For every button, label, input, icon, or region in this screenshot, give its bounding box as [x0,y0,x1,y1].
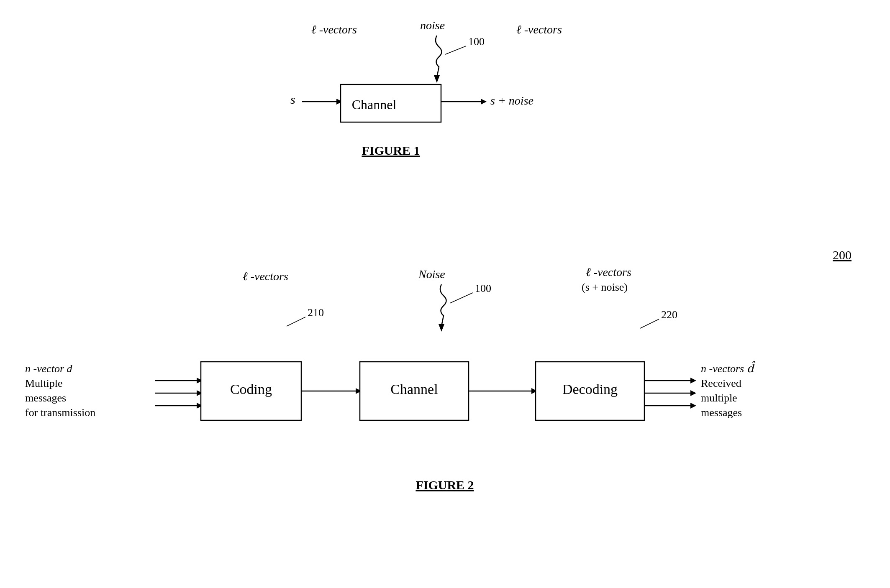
fig2-output-label-4: messages [701,406,742,419]
fig2-output-label-2: Received [701,377,741,389]
svg-text:noise: noise [420,19,445,32]
fig2-lvectors-right-label: ℓ -vectors [586,266,631,279]
svg-text:s + noise: s + noise [490,94,533,107]
svg-marker-12 [481,99,487,105]
fig2-input-label-4: for transmission [25,406,95,419]
figure2-diagram: 200 ℓ -vectors Noise 100 ℓ -vectors (s +… [0,238,890,573]
fig2-output-label-3: multiple [701,392,737,404]
svg-text:ℓ -vectors: ℓ -vectors [311,23,357,36]
svg-marker-15 [439,324,444,332]
fig2-output-label-1: n -vectors d̂ [701,361,756,375]
fig2-ref-220: 220 [661,309,677,321]
coding-box-label: Coding [230,381,272,397]
fig2-ref-210: 210 [308,307,324,319]
svg-line-4 [445,46,466,54]
svg-text:ℓ -vectors: ℓ -vectors [516,23,562,36]
svg-text:s: s [290,92,295,106]
fig2-input-label-3: messages [25,392,66,404]
svg-text:Channel: Channel [351,97,396,112]
page: ℓ -vectors noise ℓ -vectors 100 s Channe… [0,0,890,588]
fig2-lvectors-left-label: ℓ -vectors [243,270,288,283]
svg-line-16 [450,293,473,303]
svg-line-18 [640,319,659,328]
figure2-title: FIGURE 2 [416,478,474,492]
svg-line-17 [287,317,305,326]
fig2-channel-box-label: Channel [390,381,438,397]
decoding-box-label: Decoding [562,381,618,397]
fig2-ref-100: 100 [475,282,491,294]
svg-marker-37 [690,403,696,409]
figure1-diagram: ℓ -vectors noise ℓ -vectors 100 s Channe… [257,13,634,171]
fig2-input-label-2: Multiple [25,377,63,389]
svg-marker-35 [690,390,696,396]
svg-marker-3 [434,75,440,83]
fig2-input-label-1: n -vector d [25,363,73,375]
svg-text:FIGURE 1: FIGURE 1 [362,143,420,157]
ref-200: 200 [833,248,852,262]
fig2-s-plus-noise-label: (s + noise) [582,281,628,293]
fig2-noise-label: Noise [418,268,445,281]
svg-marker-33 [690,378,696,383]
svg-text:100: 100 [468,36,485,48]
